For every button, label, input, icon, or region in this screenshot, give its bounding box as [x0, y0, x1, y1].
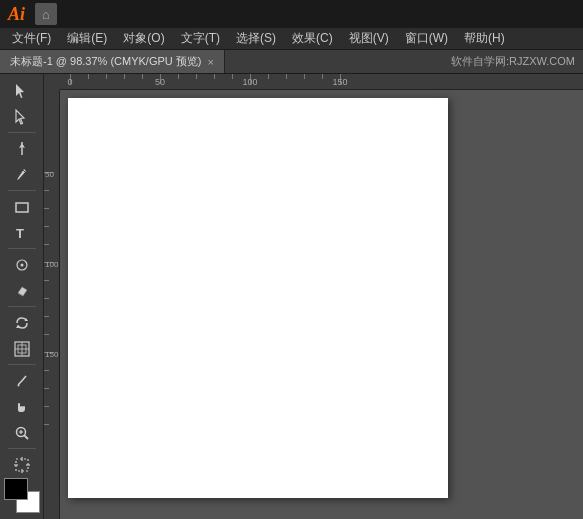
home-button[interactable]: ⌂	[35, 3, 57, 25]
svg-line-17	[24, 435, 28, 439]
svg-rect-5	[16, 203, 28, 212]
foreground-color-swatch[interactable]	[4, 478, 28, 500]
watermark-text: 软件自学网:RJZXW.COM	[451, 54, 575, 69]
tool-separator-4	[8, 306, 36, 307]
svg-point-3	[21, 142, 23, 144]
menu-help[interactable]: 帮助(H)	[456, 28, 513, 49]
title-bar: Ai ⌂	[0, 0, 583, 28]
artboard-tool[interactable]	[5, 452, 39, 477]
ai-logo: Ai	[8, 4, 25, 25]
shape-builder-tool[interactable]	[5, 336, 39, 361]
tool-separator-6	[8, 448, 36, 449]
menu-text[interactable]: 文字(T)	[173, 28, 228, 49]
ruler-left: 50100150	[44, 74, 60, 519]
svg-marker-1	[16, 110, 24, 124]
canvas-document	[68, 98, 448, 498]
canvas-area[interactable]: 050100150 50100150	[44, 74, 583, 519]
ruler-top: 050100150	[60, 74, 583, 90]
tool-separator-5	[8, 364, 36, 365]
selection-tool[interactable]	[5, 78, 39, 103]
ruler-corner	[44, 74, 60, 90]
svg-text:T: T	[16, 226, 24, 241]
pen-tool[interactable]	[5, 136, 39, 161]
line-tool[interactable]	[5, 252, 39, 277]
tab-bar: 未标题-1 @ 98.37% (CMYK/GPU 预览) × 软件自学网:RJZ…	[0, 50, 583, 74]
svg-point-8	[20, 263, 23, 266]
menu-select[interactable]: 选择(S)	[228, 28, 284, 49]
menu-effect[interactable]: 效果(C)	[284, 28, 341, 49]
main-area: T	[0, 74, 583, 519]
menu-view[interactable]: 视图(V)	[341, 28, 397, 49]
menu-edit[interactable]: 编辑(E)	[59, 28, 115, 49]
menu-file[interactable]: 文件(F)	[4, 28, 59, 49]
svg-marker-0	[16, 84, 24, 98]
rectangle-tool[interactable]	[5, 194, 39, 219]
menu-bar: 文件(F) 编辑(E) 对象(O) 文字(T) 选择(S) 效果(C) 视图(V…	[0, 28, 583, 50]
active-tab[interactable]: 未标题-1 @ 98.37% (CMYK/GPU 预览) ×	[0, 50, 225, 73]
toolbar: T	[0, 74, 44, 519]
color-swatches[interactable]	[4, 478, 40, 513]
tab-title: 未标题-1 @ 98.37% (CMYK/GPU 预览)	[10, 54, 201, 69]
tool-separator-3	[8, 248, 36, 249]
rotate-tool[interactable]	[5, 310, 39, 335]
pencil-tool[interactable]	[5, 162, 39, 187]
menu-window[interactable]: 窗口(W)	[397, 28, 456, 49]
tab-close-button[interactable]: ×	[207, 56, 213, 68]
eraser-tool[interactable]	[5, 278, 39, 303]
type-tool[interactable]: T	[5, 220, 39, 245]
knife-tool[interactable]	[5, 368, 39, 393]
zoom-tool[interactable]	[5, 420, 39, 445]
tool-separator-2	[8, 190, 36, 191]
direct-selection-tool[interactable]	[5, 104, 39, 129]
tool-separator-1	[8, 132, 36, 133]
tab-bar-right: 软件自学网:RJZXW.COM	[225, 50, 583, 73]
hand-tool[interactable]	[5, 394, 39, 419]
menu-object[interactable]: 对象(O)	[115, 28, 172, 49]
